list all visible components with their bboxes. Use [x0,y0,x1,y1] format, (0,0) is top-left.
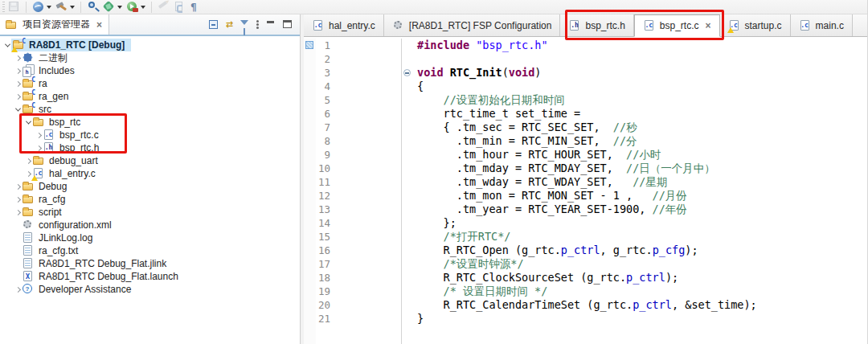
dropdown-arrow-icon[interactable] [117,6,122,9]
chevron-collapsed-icon[interactable] [14,69,22,73]
folding-ruler[interactable] [401,162,411,175]
view-menu-button[interactable] [256,19,260,30]
run-button[interactable] [125,1,146,14]
chevron-collapsed-icon[interactable] [14,198,22,202]
folding-ruler[interactable] [401,216,411,230]
chevron-collapsed-icon[interactable] [35,146,43,150]
tree-item-bsp-rtc-c[interactable]: .cbsp_rtc.c [0,129,300,141]
folding-ruler[interactable] [401,175,411,189]
maximize-button[interactable] [283,19,293,30]
tree-item-ra8d1-rtc-debug-flat-launch[interactable]: XRA8D1_RTC Debug_Flat.launch [0,270,300,283]
annotation-ruler[interactable] [304,271,316,285]
folding-ruler[interactable] [401,271,411,285]
tree-item-developer-assistance[interactable]: ?Developer Assistance [0,283,300,296]
annotation-ruler[interactable] [304,298,316,312]
folding-ruler[interactable] [401,203,411,216]
folding-ruler[interactable] [401,52,411,66]
chevron-expanded-icon[interactable] [24,121,32,125]
annotation-ruler[interactable] [304,66,316,80]
tree-item-includes[interactable]: hIncludes [0,64,300,77]
annotation-ruler[interactable] [304,148,316,162]
show-whitespace-button[interactable]: ¶ [189,2,199,13]
folding-ruler[interactable] [401,80,411,93]
annotation-ruler[interactable] [304,134,316,148]
tab-bsp-rtc-c[interactable]: .c bsp_rtc.c × [634,14,720,37]
folding-ruler[interactable] [401,298,411,312]
annotation-ruler[interactable] [304,162,316,175]
annotation-ruler[interactable] [304,244,316,257]
chevron-expanded-icon[interactable] [14,108,22,112]
minimize-button[interactable] [266,19,276,30]
annotation-ruler[interactable] [304,80,316,93]
tree-item-configuration-xml[interactable]: configuration.xml [0,219,300,231]
folding-ruler[interactable] [401,244,411,257]
code-editor[interactable]: 1#include "bsp_rtc.h"23void RTC_Init(voi… [304,37,867,344]
collapse-all-button[interactable] [209,19,219,30]
tree-item-bsp-rtc-h[interactable]: .hbsp_rtc.h [0,141,300,154]
annotation-ruler[interactable] [304,312,316,326]
generate-project-content-button[interactable] [31,1,52,14]
annotation-ruler[interactable] [304,93,316,107]
chevron-collapsed-icon[interactable] [14,211,22,215]
chevron-collapsed-icon[interactable] [14,185,22,189]
annotation-ruler[interactable] [304,230,316,244]
tree-item-二进制[interactable]: 二进制 [0,51,300,64]
folding-ruler[interactable] [401,66,411,80]
collapse-fold-icon[interactable] [403,69,411,76]
chevron-collapsed-icon[interactable] [14,82,22,86]
annotation-ruler[interactable] [304,52,316,66]
tree-item-ra-cfg-txt[interactable]: ra_cfg.txt [0,244,300,257]
tree-item-ra-gen[interactable]: Cra_gen [0,90,300,103]
tree-item-bsp-rtc[interactable]: bsp_rtc [0,116,300,129]
dropdown-arrow-icon[interactable] [70,6,75,9]
folding-ruler[interactable] [401,107,411,121]
link-with-editor-button[interactable]: ⇄ [226,19,233,30]
tree-item-ra[interactable]: Cra [0,77,300,90]
tree-item-script[interactable]: script [0,206,300,219]
folding-ruler[interactable] [401,93,411,107]
debug-button[interactable] [102,1,123,14]
folding-ruler[interactable] [401,148,411,162]
folding-ruler[interactable] [401,230,411,244]
annotation-ruler[interactable] [304,216,316,230]
tree-item-ra8d1-rtc-debug[interactable]: CRA8D1_RTC [Debug] [0,39,300,51]
tree-item-debug[interactable]: Debug [0,180,300,193]
chevron-expanded-icon[interactable] [3,43,11,47]
tree-item-hal-entry-c[interactable]: .chal_entry.c [0,167,300,180]
chevron-collapsed-icon[interactable] [14,95,22,99]
close-tab-icon[interactable]: × [706,20,711,31]
tree-item-debug-uart[interactable]: debug_uart [0,154,300,167]
chevron-collapsed-icon[interactable] [14,288,22,292]
annotation-ruler[interactable] [304,203,316,216]
tree-item-src[interactable]: Csrc [0,103,300,116]
folding-ruler[interactable] [401,285,411,298]
folding-ruler[interactable] [401,189,411,203]
clean-button[interactable] [157,1,170,14]
annotation-ruler[interactable] [304,189,316,203]
tab-hal-entry-c[interactable]: .c hal_entry.c [304,14,384,36]
search-button[interactable] [86,1,100,14]
tree-item-ra-cfg[interactable]: ra_cfg [0,193,300,206]
folding-ruler[interactable] [401,312,411,326]
save-button[interactable] [7,1,21,14]
project-explorer-tab[interactable]: 项目资源管理器 × [0,14,109,35]
annotation-ruler[interactable] [304,107,316,121]
annotation-ruler[interactable] [304,257,316,271]
annotation-ruler[interactable] [304,175,316,189]
folding-ruler[interactable] [401,134,411,148]
tab-bsp-rtc-h[interactable]: .h bsp_rtc.h [560,14,633,36]
tab-startup-c[interactable]: .c startup.c [720,14,791,36]
build-button[interactable] [55,1,76,14]
close-view-icon[interactable]: × [96,19,102,31]
annotation-ruler[interactable] [304,285,316,298]
dropdown-arrow-icon[interactable] [47,6,51,9]
tab-main-c[interactable]: .c main.c [791,14,853,36]
annotation-ruler[interactable] [304,121,316,134]
refresh-document-button[interactable] [173,1,186,14]
chevron-collapsed-icon[interactable] [14,56,22,60]
folding-ruler[interactable] [401,257,411,271]
folding-ruler[interactable] [401,121,411,134]
folding-ruler[interactable] [401,39,411,52]
tab-fsp-configuration[interactable]: [RA8D1_RTC] FSP Configuration [384,14,561,36]
filter-button[interactable] [240,19,250,30]
